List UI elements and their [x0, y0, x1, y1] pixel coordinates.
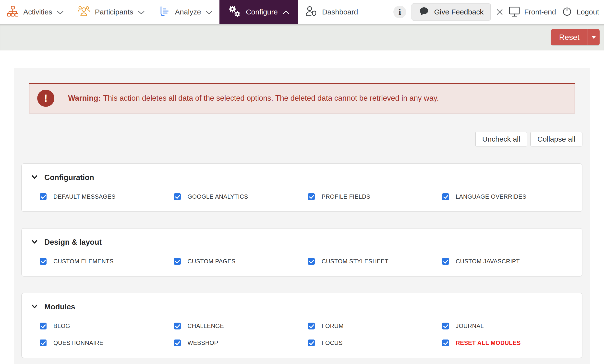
checkbox-label[interactable]: BLOG [53, 323, 70, 329]
nav-item-dashboard[interactable]: Dashboard [298, 0, 365, 24]
nav-item-label: Activities [23, 8, 52, 16]
check-item: GOOGLE ANALYTICS [174, 193, 308, 200]
collapse-all-label: Collapse all [537, 135, 575, 143]
checkbox-label[interactable]: WEBSHOP [188, 339, 218, 346]
give-feedback-button[interactable]: Give Feedback [412, 3, 491, 21]
content-panel: ! Warning:This action deletes all data o… [14, 68, 590, 364]
checkbox-label[interactable]: FORUM [322, 323, 344, 329]
check-item: FORUM [308, 323, 442, 329]
checkbox-label[interactable]: LANGUAGE OVERRIDES [456, 193, 527, 200]
checkbox-label[interactable]: FOCUS [322, 339, 343, 346]
bulk-actions-row: Uncheck all Collapse all [14, 132, 590, 147]
nav-item-analyze[interactable]: Analyze [151, 0, 219, 24]
speech-bubble-icon [419, 6, 429, 18]
power-icon [561, 6, 573, 19]
checkbox-checked[interactable] [442, 193, 449, 200]
checkbox-label[interactable]: CUSTOM JAVASCRIPT [456, 258, 520, 265]
checkbox-checked[interactable] [40, 258, 47, 265]
checkbox-checked[interactable] [174, 193, 181, 200]
check-item: QUESTIONNAIRE [40, 339, 174, 346]
uncheck-all-label: Uncheck all [482, 135, 520, 143]
check-item: CUSTOM ELEMENTS [40, 258, 174, 265]
nav-item-label: Configure [246, 8, 278, 16]
close-icon[interactable] [496, 9, 503, 15]
caret-down-icon [591, 36, 596, 39]
checkbox-label[interactable]: CUSTOM STYLESHEET [322, 258, 389, 265]
nav-item-label: Participants [95, 8, 133, 16]
checkbox-label[interactable]: CUSTOM PAGES [188, 258, 236, 265]
monitor-icon [508, 5, 520, 19]
nav-item-participants[interactable]: Participants [71, 0, 151, 24]
checkbox-label[interactable]: CUSTOM ELEMENTS [53, 258, 114, 265]
section-cards: Configuration DEFAULT MESSAGES GOOGLE AN… [14, 163, 590, 358]
front-end-link[interactable]: Front-end [508, 5, 556, 19]
chevron-down-icon [206, 8, 212, 16]
checkbox-grid: BLOG CHALLENGE FORUM JOURNAL QUESTIONNAI… [31, 323, 576, 346]
section-design-layout: Design & layout CUSTOM ELEMENTS CUSTOM P… [21, 228, 582, 276]
checkbox-checked[interactable] [174, 258, 181, 265]
checkbox-label[interactable]: JOURNAL [456, 323, 484, 329]
section-header-configuration[interactable]: Configuration [31, 173, 576, 182]
section-header-modules[interactable]: Modules [31, 302, 576, 311]
person-shield-icon [305, 5, 317, 19]
uncheck-all-button[interactable]: Uncheck all [475, 132, 527, 147]
check-item: WEBSHOP [174, 339, 308, 346]
nav-right-group: i Give Feedback Front-end [393, 0, 604, 24]
checkbox-checked[interactable] [308, 193, 315, 200]
checkbox-checked[interactable] [308, 323, 315, 329]
warning-message: This action deletes all data of the sele… [103, 94, 439, 102]
checkbox-grid: DEFAULT MESSAGES GOOGLE ANALYTICS PROFIL… [31, 193, 576, 200]
check-item: CHALLENGE [174, 323, 308, 329]
chevron-down-icon [31, 303, 38, 311]
front-end-label: Front-end [524, 8, 556, 16]
gears-icon [228, 5, 241, 19]
checkbox-checked[interactable] [174, 339, 181, 346]
bar-chart-icon [159, 6, 170, 19]
check-item: BLOG [40, 323, 174, 329]
info-icon[interactable]: i [393, 6, 406, 18]
checkbox-label[interactable]: QUESTIONNAIRE [53, 339, 103, 346]
section-title: Design & layout [44, 238, 102, 247]
section-header-design-layout[interactable]: Design & layout [31, 238, 576, 247]
checkbox-checked[interactable] [442, 339, 449, 346]
checkbox-label[interactable]: RESET ALL MODULES [456, 339, 521, 346]
checkbox-checked[interactable] [174, 323, 181, 329]
chevron-down-icon [57, 8, 63, 16]
checkbox-checked[interactable] [40, 339, 47, 346]
action-toolbar: Reset [0, 24, 604, 50]
checkbox-label[interactable]: GOOGLE ANALYTICS [188, 193, 248, 200]
check-item: CUSTOM JAVASCRIPT [442, 258, 576, 265]
collapse-all-button[interactable]: Collapse all [530, 132, 582, 147]
nav-item-label: Analyze [175, 8, 201, 16]
check-item-reset-all-modules: RESET ALL MODULES [442, 339, 576, 346]
section-configuration: Configuration DEFAULT MESSAGES GOOGLE AN… [21, 163, 582, 212]
warning-text: Warning:This action deletes all data of … [68, 94, 439, 103]
check-item: FOCUS [308, 339, 442, 346]
logout-link[interactable]: Logout [561, 6, 599, 19]
exclamation-icon: ! [37, 90, 54, 107]
checkbox-checked[interactable] [442, 258, 449, 265]
checkbox-grid: CUSTOM ELEMENTS CUSTOM PAGES CUSTOM STYL… [31, 258, 576, 265]
check-item: LANGUAGE OVERRIDES [442, 193, 576, 200]
give-feedback-label: Give Feedback [434, 8, 483, 16]
chevron-down-icon [138, 8, 145, 16]
checkbox-checked[interactable] [308, 339, 315, 346]
chevron-down-icon [31, 238, 38, 246]
checkbox-checked[interactable] [442, 323, 449, 329]
people-icon [78, 6, 90, 19]
reset-dropdown-button[interactable] [588, 29, 600, 45]
check-item: PROFILE FIELDS [308, 193, 442, 200]
nav-item-activities[interactable]: Activities [0, 0, 71, 24]
reset-label: Reset [559, 33, 579, 42]
checkbox-checked[interactable] [40, 323, 47, 329]
checkbox-label[interactable]: PROFILE FIELDS [322, 193, 370, 200]
check-item: JOURNAL [442, 323, 576, 329]
checkbox-label[interactable]: CHALLENGE [188, 323, 224, 329]
reset-button[interactable]: Reset [551, 29, 588, 45]
checkbox-checked[interactable] [308, 258, 315, 265]
nav-item-configure-active[interactable]: Configure [219, 0, 298, 24]
chevron-up-icon [283, 8, 289, 16]
check-item: CUSTOM STYLESHEET [308, 258, 442, 265]
checkbox-label[interactable]: DEFAULT MESSAGES [53, 193, 116, 200]
checkbox-checked[interactable] [40, 193, 47, 200]
